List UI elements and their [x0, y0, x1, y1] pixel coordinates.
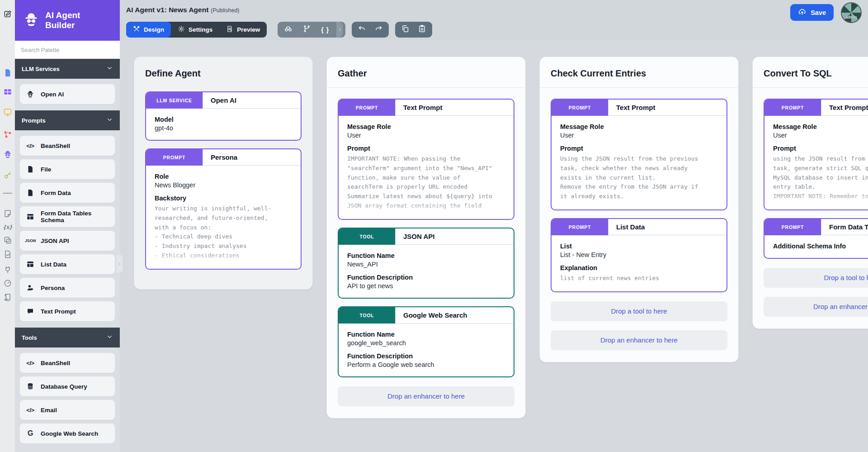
- section-header-prompts[interactable]: Prompts: [15, 110, 120, 130]
- palette-item-file[interactable]: File: [20, 159, 115, 179]
- file-icon[interactable]: [3, 68, 13, 78]
- note-icon[interactable]: [3, 209, 13, 219]
- card-body: Message RoleUserPromptusing the JSON res…: [764, 116, 868, 209]
- palette-search-input[interactable]: [15, 41, 120, 59]
- palette-item-form-data-tables-schema[interactable]: Form Data Tables Schema: [20, 206, 115, 227]
- dropzone-drop-an-enhancer-to-here[interactable]: Drop an enhancer to here: [764, 297, 868, 317]
- palette-item-json-api[interactable]: JSONJSON API: [20, 231, 115, 251]
- tab-design[interactable]: Design: [126, 22, 171, 38]
- card-body: Message RoleUserPromptUsing the JSON res…: [552, 116, 726, 209]
- copy-icon[interactable]: [401, 24, 410, 35]
- field-value: using the JSON result from the previous …: [773, 154, 868, 201]
- card-header: PROMPTText Prompt: [339, 100, 514, 116]
- column-gather: GatherPROMPTText PromptMessage RoleUserP…: [326, 57, 526, 419]
- palette-item-google-web-search[interactable]: GGoogle Web Search: [20, 423, 115, 443]
- palette-item-text-prompt[interactable]: Text Prompt: [20, 301, 115, 321]
- git-branch-icon[interactable]: [302, 24, 311, 35]
- undo-icon[interactable]: [358, 24, 366, 35]
- palette-item-list-data[interactable]: List Data: [20, 254, 115, 274]
- field-label: Message Role: [347, 123, 505, 130]
- code-icon: </>: [26, 358, 35, 367]
- history-toolbar: [352, 22, 389, 38]
- card-header: TOOLGoogle Web Search: [339, 307, 514, 324]
- card-body: Function NameNews_APIFunction Descriptio…: [339, 245, 514, 298]
- images-icon[interactable]: [3, 235, 13, 245]
- edit-compose-icon[interactable]: [3, 9, 13, 19]
- node-card-text-prompt[interactable]: PROMPTText PromptMessage RoleUserPromptu…: [764, 99, 868, 210]
- node-card-text-prompt[interactable]: PROMPTText PromptMessage RoleUserPromptI…: [338, 99, 514, 220]
- dropzone-drop-a-tool-to-here[interactable]: Drop a tool to here: [764, 268, 868, 288]
- dropzone-drop-an-enhancer-to-here[interactable]: Drop an enhancer to here: [551, 330, 727, 350]
- palette-item-beanshell[interactable]: </>BeanShell: [20, 136, 115, 156]
- redo-icon[interactable]: [374, 24, 383, 35]
- node-card-open-ai[interactable]: LLM SERVICEOpen AIModelgpt-4o: [145, 91, 302, 141]
- gauge-icon[interactable]: [3, 278, 13, 288]
- spy-icon[interactable]: [3, 149, 13, 159]
- file-chart-icon[interactable]: [3, 249, 13, 259]
- section-header-tools[interactable]: Tools: [15, 328, 120, 347]
- field-label: Additional Schema Info: [773, 243, 868, 250]
- palette-item-persona[interactable]: Persona: [20, 278, 115, 298]
- braces-x-icon[interactable]: {x}: [3, 222, 13, 232]
- field-value: API to get news: [347, 282, 505, 290]
- braces-icon[interactable]: { }: [321, 26, 329, 33]
- palette-item-email[interactable]: </>Email: [20, 400, 115, 420]
- chevron-right-icon[interactable]: [336, 22, 343, 38]
- monitor-icon[interactable]: [3, 107, 13, 117]
- node-card-google-web-search[interactable]: TOOLGoogle Web SearchFunction Namegoogle…: [338, 306, 514, 377]
- published-status-badge: (Published): [211, 7, 239, 14]
- node-card-text-prompt[interactable]: PROMPTText PromptMessage RoleUserPromptU…: [551, 99, 727, 210]
- node-card-persona[interactable]: PROMPTPersonaRoleNews BloggerBackstoryYo…: [145, 148, 302, 270]
- card-header: TOOLJSON API: [339, 228, 514, 245]
- table-icon: [26, 212, 35, 221]
- paste-icon[interactable]: [418, 24, 426, 35]
- node-card-form-data-tables-schema[interactable]: PROMPTForm Data Tables SchemaAdditional …: [764, 218, 868, 259]
- cloud-upload-icon: [798, 8, 807, 18]
- field-value: List - New Entry: [560, 251, 718, 258]
- card-body: Function Namegoogle_web_searchFunction D…: [339, 324, 514, 376]
- sidebar-section-llm-services: LLM ServicesOpen AI: [15, 59, 120, 104]
- field-label: List: [560, 243, 718, 250]
- column-divider: [753, 87, 868, 88]
- palette-item-beanshell[interactable]: </>BeanShell: [20, 353, 115, 373]
- palette-item-label: Form Data: [41, 190, 71, 196]
- palette-item-label: JSON API: [41, 238, 69, 244]
- plug-icon[interactable]: [3, 265, 13, 275]
- card-title: Form Data Tables Schema: [821, 219, 868, 235]
- sidebar-section-tools: Tools</>BeanShellDatabase Query</>EmailG…: [15, 328, 120, 443]
- node-card-list-data[interactable]: PROMPTList DataListList - New EntryExpla…: [551, 218, 727, 292]
- column-convert-to-sql: Convert To SQLPROMPTText PromptMessage R…: [752, 57, 868, 329]
- field-label: Explanation: [560, 264, 718, 271]
- card-type-badge: PROMPT: [764, 219, 821, 235]
- palette-item-database-query[interactable]: Database Query: [20, 376, 115, 396]
- tab-settings[interactable]: Settings: [171, 22, 219, 38]
- sidebar: AI Agent Builder LLM ServicesOpen AIProm…: [15, 0, 120, 452]
- field-value: list of current news entries: [560, 274, 718, 283]
- grid-icon[interactable]: [3, 87, 13, 97]
- binoculars-icon[interactable]: [284, 24, 292, 35]
- palette-item-label: Google Web Search: [41, 430, 98, 437]
- scroll-icon[interactable]: [3, 292, 13, 302]
- tab-preview[interactable]: Preview: [219, 22, 267, 38]
- dropzone-drop-a-tool-to-here[interactable]: Drop a tool to here: [551, 301, 727, 321]
- dropzone-drop-an-enhancer-to-here[interactable]: Drop an enhancer to here: [338, 386, 514, 406]
- palette-item-open-ai[interactable]: Open AI: [20, 84, 115, 104]
- network-icon[interactable]: [3, 129, 13, 139]
- key-icon[interactable]: [3, 170, 13, 180]
- workflow-canvas: Define AgentLLM SERVICEOpen AIModelgpt-4…: [120, 41, 868, 452]
- section-label: LLM Services: [22, 66, 60, 72]
- column-title: Convert To SQL: [753, 57, 868, 87]
- chat-icon: [26, 307, 35, 316]
- field-value: gpt-4o: [155, 124, 292, 132]
- card-type-badge: TOOL: [339, 307, 395, 324]
- palette-item-form-data[interactable]: Form Data: [20, 183, 115, 203]
- save-button[interactable]: Save: [790, 4, 834, 21]
- sidebar-collapse-handle[interactable]: ‹: [117, 255, 123, 273]
- code-icon: </>: [26, 141, 35, 150]
- user-avatar[interactable]: admin: [841, 2, 862, 23]
- node-card-json-api[interactable]: TOOLJSON APIFunction NameNews_APIFunctio…: [338, 228, 514, 299]
- card-title: Text Prompt: [608, 100, 726, 116]
- palette-item-label: Database Query: [41, 383, 87, 390]
- section-header-llm-services[interactable]: LLM Services: [15, 59, 120, 79]
- card-body: Message RoleUserPromptIMPORTANT NOTE: Wh…: [339, 116, 514, 219]
